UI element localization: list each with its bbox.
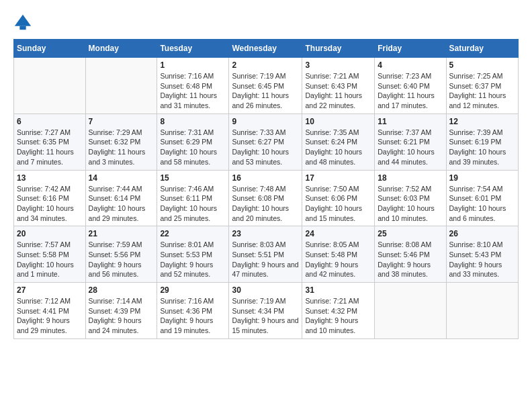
calendar-header: SundayMondayTuesdayWednesdayThursdayFrid… xyxy=(14,40,519,58)
day-number: 6 xyxy=(17,117,83,126)
calendar-cell xyxy=(446,283,518,339)
day-number: 23 xyxy=(232,229,299,238)
day-number: 25 xyxy=(378,229,443,238)
day-number: 21 xyxy=(89,229,154,238)
day-number: 15 xyxy=(160,173,226,183)
calendar-cell: 11Sunrise: 7:37 AMSunset: 6:21 PMDayligh… xyxy=(375,113,446,170)
day-info: Sunrise: 7:50 AMSunset: 6:06 PMDaylight:… xyxy=(305,184,371,224)
day-number: 27 xyxy=(17,285,83,295)
day-number: 22 xyxy=(160,229,226,238)
calendar-cell: 29Sunrise: 7:16 AMSunset: 4:36 PMDayligh… xyxy=(157,283,229,339)
day-info: Sunrise: 7:27 AMSunset: 6:35 PMDaylight:… xyxy=(17,128,83,167)
day-info: Sunrise: 7:57 AMSunset: 5:58 PMDaylight:… xyxy=(17,240,83,279)
day-info: Sunrise: 7:37 AMSunset: 6:21 PMDaylight:… xyxy=(378,128,443,167)
week-row-4: 20Sunrise: 7:57 AMSunset: 5:58 PMDayligh… xyxy=(14,226,519,283)
calendar-cell xyxy=(85,58,157,114)
calendar-cell: 10Sunrise: 7:35 AMSunset: 6:24 PMDayligh… xyxy=(302,113,375,170)
calendar-cell: 26Sunrise: 8:10 AMSunset: 5:43 PMDayligh… xyxy=(446,226,518,283)
day-info: Sunrise: 7:52 AMSunset: 6:03 PMDaylight:… xyxy=(378,184,443,224)
calendar-cell: 28Sunrise: 7:14 AMSunset: 4:39 PMDayligh… xyxy=(85,283,157,339)
calendar-cell: 5Sunrise: 7:25 AMSunset: 6:37 PMDaylight… xyxy=(446,58,518,114)
calendar-cell xyxy=(375,283,446,339)
day-of-week-saturday: Saturday xyxy=(446,40,518,58)
calendar-cell: 24Sunrise: 8:05 AMSunset: 5:48 PMDayligh… xyxy=(302,226,375,283)
week-row-1: 1Sunrise: 7:16 AMSunset: 6:48 PMDaylight… xyxy=(14,58,519,114)
week-row-3: 13Sunrise: 7:42 AMSunset: 6:16 PMDayligh… xyxy=(14,170,519,226)
calendar-cell xyxy=(14,58,86,114)
day-number: 11 xyxy=(378,117,443,126)
day-number: 9 xyxy=(232,117,299,126)
day-info: Sunrise: 7:21 AMSunset: 4:32 PMDaylight:… xyxy=(305,296,371,336)
day-number: 20 xyxy=(17,229,83,238)
day-number: 13 xyxy=(17,173,83,183)
calendar-cell: 15Sunrise: 7:46 AMSunset: 6:11 PMDayligh… xyxy=(157,170,229,226)
logo xyxy=(13,13,35,32)
day-info: Sunrise: 7:39 AMSunset: 6:19 PMDaylight:… xyxy=(449,128,515,167)
calendar-cell: 20Sunrise: 7:57 AMSunset: 5:58 PMDayligh… xyxy=(14,226,86,283)
day-number: 10 xyxy=(305,117,371,126)
day-number: 17 xyxy=(305,173,371,183)
calendar-cell: 6Sunrise: 7:27 AMSunset: 6:35 PMDaylight… xyxy=(14,113,86,170)
day-number: 19 xyxy=(449,173,515,183)
calendar-cell: 14Sunrise: 7:44 AMSunset: 6:14 PMDayligh… xyxy=(85,170,157,226)
day-number: 26 xyxy=(449,229,515,238)
calendar-body: 1Sunrise: 7:16 AMSunset: 6:48 PMDaylight… xyxy=(14,58,519,339)
day-info: Sunrise: 7:25 AMSunset: 6:37 PMDaylight:… xyxy=(449,71,515,111)
calendar-cell: 12Sunrise: 7:39 AMSunset: 6:19 PMDayligh… xyxy=(446,113,518,170)
calendar-cell: 9Sunrise: 7:33 AMSunset: 6:27 PMDaylight… xyxy=(229,113,302,170)
calendar-cell: 23Sunrise: 8:03 AMSunset: 5:51 PMDayligh… xyxy=(229,226,302,283)
calendar-cell: 18Sunrise: 7:52 AMSunset: 6:03 PMDayligh… xyxy=(375,170,446,226)
calendar-cell: 13Sunrise: 7:42 AMSunset: 6:16 PMDayligh… xyxy=(14,170,86,226)
day-info: Sunrise: 7:19 AMSunset: 6:45 PMDaylight:… xyxy=(232,71,299,111)
day-number: 29 xyxy=(160,285,226,295)
day-number: 31 xyxy=(305,285,371,295)
day-of-week-monday: Monday xyxy=(85,40,157,58)
week-row-5: 27Sunrise: 7:12 AMSunset: 4:41 PMDayligh… xyxy=(14,283,519,339)
day-number: 28 xyxy=(89,285,154,295)
day-number: 30 xyxy=(232,285,299,295)
calendar-cell: 1Sunrise: 7:16 AMSunset: 6:48 PMDaylight… xyxy=(157,58,229,114)
day-number: 7 xyxy=(89,117,154,126)
calendar-cell: 3Sunrise: 7:21 AMSunset: 6:43 PMDaylight… xyxy=(302,58,375,114)
day-info: Sunrise: 7:29 AMSunset: 6:32 PMDaylight:… xyxy=(89,128,154,167)
calendar-table: SundayMondayTuesdayWednesdayThursdayFrid… xyxy=(13,39,519,339)
day-of-week-thursday: Thursday xyxy=(302,40,375,58)
day-of-week-tuesday: Tuesday xyxy=(157,40,229,58)
day-info: Sunrise: 7:16 AMSunset: 4:36 PMDaylight:… xyxy=(160,296,226,336)
day-number: 12 xyxy=(449,117,515,126)
calendar-cell: 25Sunrise: 8:08 AMSunset: 5:46 PMDayligh… xyxy=(375,226,446,283)
calendar-cell: 22Sunrise: 8:01 AMSunset: 5:53 PMDayligh… xyxy=(157,226,229,283)
day-info: Sunrise: 8:08 AMSunset: 5:46 PMDaylight:… xyxy=(378,240,443,279)
calendar-cell: 17Sunrise: 7:50 AMSunset: 6:06 PMDayligh… xyxy=(302,170,375,226)
day-info: Sunrise: 7:48 AMSunset: 6:08 PMDaylight:… xyxy=(232,184,299,224)
day-info: Sunrise: 7:16 AMSunset: 6:48 PMDaylight:… xyxy=(160,71,226,111)
day-number: 8 xyxy=(160,117,226,126)
day-info: Sunrise: 8:01 AMSunset: 5:53 PMDaylight:… xyxy=(160,240,226,279)
day-info: Sunrise: 7:42 AMSunset: 6:16 PMDaylight:… xyxy=(17,184,83,224)
days-of-week-row: SundayMondayTuesdayWednesdayThursdayFrid… xyxy=(14,40,519,58)
calendar-cell: 19Sunrise: 7:54 AMSunset: 6:01 PMDayligh… xyxy=(446,170,518,226)
day-info: Sunrise: 7:23 AMSunset: 6:40 PMDaylight:… xyxy=(378,71,443,111)
day-info: Sunrise: 7:19 AMSunset: 4:34 PMDaylight:… xyxy=(232,296,299,336)
calendar-cell: 8Sunrise: 7:31 AMSunset: 6:29 PMDaylight… xyxy=(157,113,229,170)
day-info: Sunrise: 8:10 AMSunset: 5:43 PMDaylight:… xyxy=(449,240,515,279)
day-number: 5 xyxy=(449,60,515,70)
day-info: Sunrise: 8:05 AMSunset: 5:48 PMDaylight:… xyxy=(305,240,371,279)
day-info: Sunrise: 7:21 AMSunset: 6:43 PMDaylight:… xyxy=(305,71,371,111)
day-info: Sunrise: 7:14 AMSunset: 4:39 PMDaylight:… xyxy=(89,296,154,336)
day-info: Sunrise: 8:03 AMSunset: 5:51 PMDaylight:… xyxy=(232,240,299,279)
day-number: 18 xyxy=(378,173,443,183)
day-info: Sunrise: 7:31 AMSunset: 6:29 PMDaylight:… xyxy=(160,128,226,167)
day-info: Sunrise: 7:33 AMSunset: 6:27 PMDaylight:… xyxy=(232,128,299,167)
calendar-cell: 2Sunrise: 7:19 AMSunset: 6:45 PMDaylight… xyxy=(229,58,302,114)
page-header xyxy=(13,13,519,32)
day-number: 3 xyxy=(305,60,371,70)
day-number: 24 xyxy=(305,229,371,238)
svg-rect-1 xyxy=(19,26,26,30)
day-info: Sunrise: 7:12 AMSunset: 4:41 PMDaylight:… xyxy=(17,296,83,336)
day-of-week-sunday: Sunday xyxy=(14,40,86,58)
calendar-cell: 27Sunrise: 7:12 AMSunset: 4:41 PMDayligh… xyxy=(14,283,86,339)
day-number: 16 xyxy=(232,173,299,183)
day-info: Sunrise: 7:44 AMSunset: 6:14 PMDaylight:… xyxy=(89,184,154,224)
calendar-cell: 31Sunrise: 7:21 AMSunset: 4:32 PMDayligh… xyxy=(302,283,375,339)
